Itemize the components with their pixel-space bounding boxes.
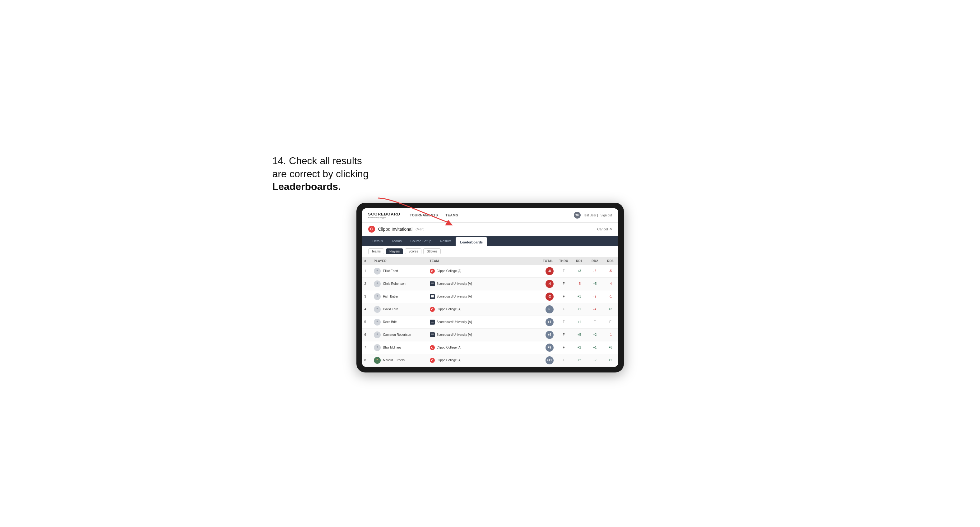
cell-thru: F [556, 265, 572, 278]
svg-point-8 [376, 359, 378, 360]
cell-team: Scoreboard University [A] [427, 316, 534, 328]
nav-tournaments[interactable]: TOURNAMENTS [410, 212, 438, 218]
cell-rank: 1 [362, 265, 371, 278]
player-name: Rich Butler [383, 295, 398, 298]
instruction-text: 14. Check all results are correct by cli… [272, 154, 403, 194]
nav-teams[interactable]: TEAMS [445, 212, 458, 218]
table-row: 8Marcus TurnersCClippd College [A]+11F+2… [362, 354, 618, 367]
cell-total: -8 [534, 265, 556, 278]
score-badge: +1 [546, 318, 554, 326]
sign-out-link[interactable]: Sign out [601, 214, 612, 217]
cell-rank: 7 [362, 341, 371, 354]
cancel-button[interactable]: Cancel ✕ [597, 227, 612, 231]
col-team: TEAM [427, 257, 534, 265]
cell-rank: 2 [362, 277, 371, 290]
leaderboard-body: 1Elliot EbertCClippd College [A]-8F+3-6-… [362, 265, 618, 367]
table-row: 1Elliot EbertCClippd College [A]-8F+3-6-… [362, 265, 618, 278]
cell-thru: F [556, 277, 572, 290]
svg-point-6 [376, 333, 378, 335]
user-avatar: TU [574, 212, 581, 219]
player-name: Chris Robertson [383, 282, 406, 286]
cell-total: -4 [534, 277, 556, 290]
cell-thru: F [556, 290, 572, 303]
cell-rank: 4 [362, 303, 371, 316]
player-avatar [374, 306, 381, 313]
team-name: Clippd College [A] [437, 346, 461, 349]
cell-team: CClippd College [A] [427, 341, 534, 354]
cell-thru: F [556, 328, 572, 341]
filter-strokes[interactable]: Strokes [423, 248, 441, 254]
cell-rd3: +3 [603, 303, 618, 316]
tab-results[interactable]: Results [436, 236, 456, 246]
player-avatar [374, 319, 381, 325]
cell-rd1: +2 [572, 354, 587, 367]
cell-team: Scoreboard University [A] [427, 277, 534, 290]
cell-rd1: +5 [572, 328, 587, 341]
player-avatar [374, 344, 381, 351]
cell-total: +11 [534, 354, 556, 367]
cell-player: Marcus Turners [371, 354, 427, 367]
team-name: Clippd College [A] [437, 269, 461, 273]
cell-total: +9 [534, 341, 556, 354]
team-logo-clippd: C [430, 307, 435, 312]
filter-players[interactable]: Players [386, 248, 403, 254]
cell-rd2: -6 [587, 265, 603, 278]
filter-teams[interactable]: Teams [368, 248, 384, 254]
cell-rd3: E [603, 316, 618, 328]
col-rd3: RD3 [603, 257, 618, 265]
tab-navigation: Details Teams Course Setup Results Leade… [362, 236, 618, 246]
team-logo-clippd: C [430, 268, 435, 274]
tab-course-setup[interactable]: Course Setup [406, 236, 436, 246]
header-right: TU Test User | Sign out [574, 212, 612, 219]
cell-rd2: +1 [587, 341, 603, 354]
cell-rank: 3 [362, 290, 371, 303]
filter-scores[interactable]: Scores [405, 248, 422, 254]
app-logo: SCOREBOARD [368, 212, 401, 216]
tablet-screen: SCOREBOARD Powered by clippd TOURNAMENTS… [362, 208, 618, 367]
cell-rd2: +2 [587, 328, 603, 341]
cell-rd3: -1 [603, 290, 618, 303]
score-badge: -8 [546, 267, 554, 275]
player-avatar [374, 268, 381, 275]
instruction-line1: 14. Check all results [272, 155, 362, 166]
tab-details[interactable]: Details [368, 236, 388, 246]
team-name: Scoreboard University [A] [437, 333, 472, 337]
app-header: SCOREBOARD Powered by clippd TOURNAMENTS… [362, 208, 618, 222]
cell-team: CClippd College [A] [427, 265, 534, 278]
player-name: Rees Britt [383, 320, 397, 324]
table-row: 7Blair McHargCClippd College [A]+9F+2+1+… [362, 341, 618, 354]
cell-team: CClippd College [A] [427, 303, 534, 316]
table-row: 2Chris RobertsonScoreboard University [A… [362, 277, 618, 290]
table-header-row: # PLAYER TEAM TOTAL THRU RD1 RD2 RD3 [362, 257, 618, 265]
cell-player: Elliot Ebert [371, 265, 427, 278]
score-badge: +6 [546, 331, 554, 339]
cell-rank: 6 [362, 328, 371, 341]
team-logo-clippd: C [430, 358, 435, 363]
app-logo-sub: Powered by clippd [368, 216, 401, 219]
instruction-bold: Leaderboards. [272, 181, 341, 192]
col-rd2: RD2 [587, 257, 603, 265]
cell-thru: F [556, 303, 572, 316]
team-logo-scoreboard [430, 281, 435, 286]
table-row: 6Cameron RobertsonScoreboard University … [362, 328, 618, 341]
col-player: PLAYER [371, 257, 427, 265]
cell-rd3: +2 [603, 354, 618, 367]
player-name: Elliot Ebert [383, 269, 398, 273]
cell-team: CClippd College [A] [427, 354, 534, 367]
player-name: David Ford [383, 308, 398, 311]
player-name: Cameron Robertson [383, 333, 411, 337]
tab-leaderboards[interactable]: Leaderboards [456, 237, 487, 246]
cell-total: +1 [534, 316, 556, 328]
tab-teams[interactable]: Teams [387, 236, 406, 246]
col-thru: THRU [556, 257, 572, 265]
table-row: 3Rich ButlerScoreboard University [A]-2F… [362, 290, 618, 303]
cell-player: Rich Butler [371, 290, 427, 303]
tournament-gender: (Men) [415, 227, 425, 231]
cell-thru: F [556, 316, 572, 328]
user-name: Test User | [583, 214, 598, 217]
score-badge: +11 [546, 356, 554, 364]
score-badge: E [546, 305, 554, 313]
cell-thru: F [556, 354, 572, 367]
tournament-logo: C [368, 226, 375, 233]
cell-player: Chris Robertson [371, 277, 427, 290]
